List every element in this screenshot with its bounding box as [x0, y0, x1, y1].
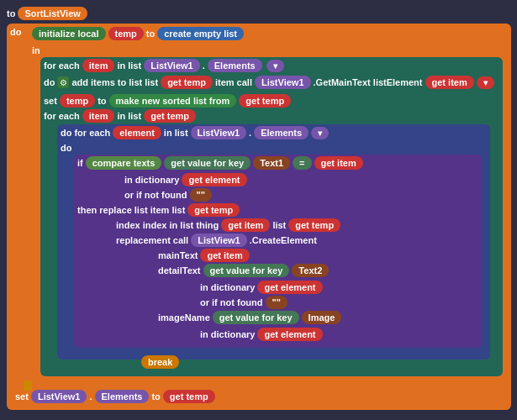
empty-str-pill[interactable]: "" [190, 188, 212, 202]
get-temp-pill[interactable]: get temp [161, 76, 213, 89]
initialize-pill[interactable]: initialize local [32, 27, 106, 40]
get-temp6-pill[interactable]: get temp [163, 390, 215, 403]
text1-key-pill[interactable]: Text1 [253, 156, 290, 170]
get-value-key3-pill[interactable]: get value for key [213, 311, 299, 324]
text2-key: Text2 [298, 265, 322, 276]
create-empty-list-pill[interactable]: create empty list [157, 27, 244, 40]
elements3-pill[interactable]: Elements [95, 390, 150, 403]
compare-texts-pill[interactable]: compare texts [86, 156, 162, 170]
listview1-3-pill[interactable]: ListView1 [191, 126, 247, 139]
listview1-pill[interactable]: ListView1 [144, 59, 200, 72]
get-main-text: .GetMainText listElement [314, 77, 423, 87]
set-temp-row: set temp to make new sorted list from ge… [44, 94, 291, 108]
elements2-pill[interactable]: Elements [254, 126, 309, 139]
in-dictionary: in dictionary [124, 175, 179, 185]
do-label2: do [44, 77, 55, 87]
item-label2: item [215, 77, 235, 87]
in-list-3: in list [164, 128, 188, 138]
get-temp4-pill[interactable]: get temp [187, 203, 240, 217]
in-dict-row: in dictionary get element [124, 173, 247, 186]
get-element: get element [188, 175, 240, 185]
empty-str2-pill[interactable]: "" [266, 296, 288, 309]
temp-var2-pill[interactable]: temp [60, 94, 95, 108]
dot2: . [249, 128, 251, 138]
get-element-pill[interactable]: get element [182, 173, 246, 186]
dropdown-btn[interactable]: ▾ [266, 60, 284, 72]
listview1-5-pill[interactable]: ListView1 [31, 390, 87, 403]
in-label: in [32, 45, 40, 55]
listview1-3: ListView1 [198, 128, 240, 138]
break-pill[interactable]: break [141, 355, 179, 369]
listview1-2-pill[interactable]: ListView1 [255, 76, 311, 89]
get-temp6: get temp [170, 391, 208, 402]
create-element: .CreateElement [250, 235, 317, 245]
to-label2: to [146, 29, 155, 39]
temp-var-pill[interactable]: temp [108, 27, 144, 40]
procedure-name[interactable]: SortListView [18, 7, 87, 20]
to-label4: to [151, 391, 160, 402]
make-sorted: make new sorted list from [116, 96, 230, 106]
dot3: . [89, 391, 92, 402]
then-row: then replace list item list get temp [77, 203, 240, 217]
dropdown-item[interactable]: ▾ [477, 76, 494, 89]
add-items-label: add items to list list [71, 77, 158, 87]
foreach-row1: for each item in list ListView1 . Elemen… [44, 59, 284, 72]
get-temp4: get temp [194, 205, 233, 215]
image-key: Image [309, 312, 335, 323]
text2-key-pill[interactable]: Text2 [292, 264, 329, 277]
get-element2-pill[interactable]: get element [257, 281, 322, 294]
do-foreach3-row: do for each element in list ListView1 . … [61, 126, 329, 139]
make-sorted-pill[interactable]: make new sorted list from [109, 94, 237, 108]
dropdown-elem[interactable]: ▾ [311, 127, 329, 139]
get-temp: get temp [167, 77, 206, 87]
get-item2-pill[interactable]: get item [314, 156, 363, 170]
eq-pill[interactable]: = [293, 156, 311, 170]
listview1-5: ListView1 [38, 391, 81, 402]
get-temp5: get temp [295, 220, 334, 230]
if-container: if compare texts get value for key Text1… [74, 155, 482, 348]
do-label3: do [61, 128, 71, 138]
empty-str: "" [197, 190, 205, 200]
get-value-key2-pill[interactable]: get value for key [203, 264, 290, 277]
index-in-list: index in list thing [143, 220, 219, 230]
get-item2: get item [321, 158, 356, 168]
gear-icon[interactable]: ⚙ [57, 76, 69, 88]
get-temp2-pill[interactable]: get temp [239, 94, 291, 108]
listview1-4-pill[interactable]: ListView1 [191, 234, 247, 247]
item-var2-pill[interactable]: item [82, 109, 115, 123]
item-var2: item [89, 111, 108, 121]
then-label: then [77, 205, 97, 215]
break-label: break [148, 357, 172, 367]
outer-container: do initialize local temp to create empty… [7, 24, 511, 410]
temp-var: temp [115, 29, 137, 39]
get-temp5-pill[interactable]: get temp [288, 218, 340, 232]
in-dictionary2: in dictionary [200, 282, 255, 292]
elements-pill[interactable]: Elements [208, 59, 262, 72]
in-dict3-row: in dictionary get element [200, 328, 323, 341]
replace-list-item: replace list item list [99, 205, 185, 215]
empty-str2: "" [272, 297, 281, 307]
get-item4-pill[interactable]: get item [200, 249, 249, 262]
image-key-pill[interactable]: Image [302, 311, 342, 324]
to-label3: to [98, 96, 106, 106]
get-item-pill[interactable]: get item [425, 76, 474, 89]
create-empty-list: create empty list [164, 29, 237, 39]
get-element3-pill[interactable]: get element [257, 328, 322, 341]
for-each-label: for each [44, 60, 80, 71]
foreach-container: for each item in list ListView1 . Elemen… [40, 57, 503, 376]
listview1: ListView1 [150, 60, 193, 71]
index-row: index index in list thing get item list … [116, 218, 340, 232]
element-var: element [119, 128, 155, 138]
set-listview-row: set ListView1 . Elements to get temp [15, 390, 215, 403]
element-var-pill[interactable]: element [113, 126, 161, 139]
get-value-key-pill[interactable]: get value for key [164, 156, 251, 170]
do-label2-row: do ⚙ add items to list list get temp ite… [44, 76, 494, 89]
get-item3-pill[interactable]: get item [221, 218, 270, 232]
do-label4-row: do [61, 143, 71, 153]
get-element3: get element [264, 329, 315, 339]
item-var-pill[interactable]: item [82, 59, 115, 72]
get-temp3-pill[interactable]: get temp [144, 109, 196, 123]
do-label-row: do [10, 27, 21, 37]
get-temp3: get temp [150, 111, 189, 121]
text1-key: Text1 [260, 158, 283, 168]
